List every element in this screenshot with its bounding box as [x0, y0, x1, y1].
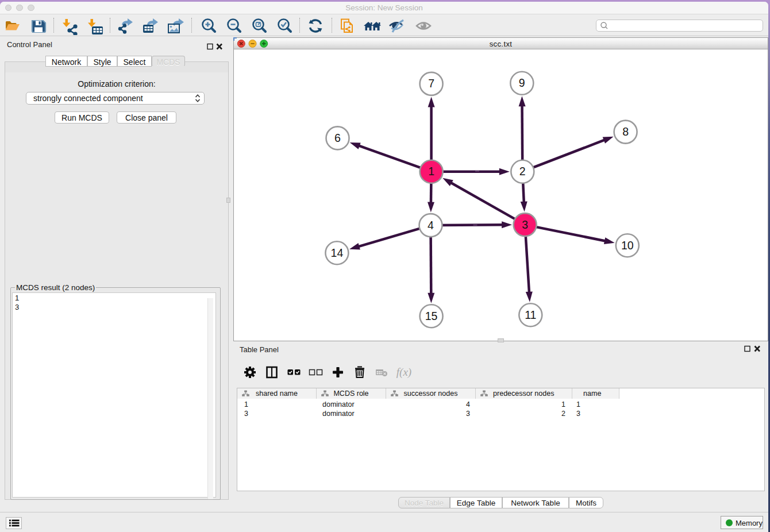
svg-text:14: 14	[331, 246, 344, 259]
svg-text:1: 1	[428, 165, 434, 178]
svg-text:8: 8	[622, 125, 629, 138]
svg-text:4: 4	[428, 219, 434, 232]
svg-text:15: 15	[425, 310, 438, 322]
svg-text:f(x): f(x)	[396, 366, 411, 379]
svg-text:6: 6	[334, 132, 341, 144]
svg-text:11: 11	[525, 309, 536, 321]
svg-text:10: 10	[621, 239, 634, 252]
svg-text:2: 2	[519, 165, 526, 178]
svg-text:7: 7	[428, 77, 434, 90]
svg-text:9: 9	[519, 76, 525, 89]
svg-text:3: 3	[522, 218, 528, 231]
